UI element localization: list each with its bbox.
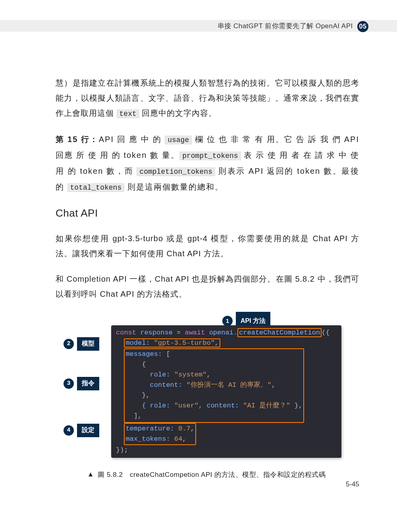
chapter-badge: 05 (357, 21, 368, 32)
code-line-12: }); (116, 445, 337, 455)
code-line-3: messages: [ { role: "system", content: "… (116, 348, 337, 423)
p1-text-b: 回應中的文字內容。 (139, 109, 217, 117)
k-maxtokens: max_tokens: (125, 435, 170, 443)
callout-row-top: 1 API 方法 (64, 312, 349, 325)
close-all: }); (116, 446, 128, 454)
paragraph-1: 慧）是指建立在計算機系統上的模擬人類智慧行為的技術。它可以模擬人類的思考能力，以… (56, 75, 359, 121)
caption-text: 圖 5.8.2 createChatCompetion API 的方法、模型、指… (96, 471, 326, 478)
box-method: createChatCompletion (237, 328, 322, 337)
figure-5-8-2: 1 API 方法 2 模型 3 指令 4 設定 const response =… (64, 312, 349, 482)
open-paren: ({ (322, 329, 330, 336)
v-model: "gpt-3.5-turbo" (150, 339, 215, 347)
k-content2: , content: (198, 402, 239, 409)
kw-await: await (181, 329, 205, 336)
comma: , (215, 339, 219, 347)
comma11: , (182, 435, 186, 443)
p2-text-e: 則是這兩個數量的總和。 (124, 182, 224, 191)
p2-bold: 第 15 行： (56, 135, 99, 144)
box-settings: temperature: 0.7, max_tokens: 64, (124, 423, 196, 445)
v-temperature: 0.7 (174, 425, 191, 432)
v-maxtokens: 64 (170, 435, 183, 443)
k-model: model: (125, 339, 150, 347)
paragraph-4: 和 Completion API 一樣，Chat API 也是拆解為四個部分。在… (56, 271, 359, 302)
comma5: , (206, 371, 210, 378)
brace-close: }, (125, 392, 150, 399)
content-area: 慧）是指建立在計算機系統上的模擬人類智慧行為的技術。它可以模擬人類的思考能力，以… (56, 75, 359, 482)
k-content: content: (125, 381, 182, 389)
callout-3-number: 3 (64, 378, 74, 389)
callout-4-label: 設定 (77, 424, 99, 437)
v-content-user: "AI 是什麼？" (239, 402, 290, 409)
callout-3-label: 指令 (77, 377, 99, 390)
paragraph-2: 第 15 行：API 回 應 中 的 usage 欄 位 也 非 常 有 用。它… (56, 132, 359, 195)
v-role-user: "user" (170, 402, 198, 409)
callout-2: 2 模型 (64, 337, 99, 351)
inline-code-text: text (117, 109, 139, 118)
k-role: role: (125, 371, 170, 378)
breadcrumb-text: 串接 ChatGPT 前你需要先了解 OpenAI API (218, 22, 353, 30)
figure-caption: ▲ 圖 5.8.2 createChatCompetion API 的方法、模型… (64, 467, 349, 482)
openai-dot: openai. (205, 329, 237, 336)
paragraph-3: 如果你想使用 gpt-3.5-turbo 或是 gpt-4 模型，你需要使用的就… (56, 231, 359, 261)
method-name: createChatCompletion (239, 329, 320, 336)
comma10: , (191, 425, 195, 432)
bracket-open: [ (162, 350, 170, 358)
callout-2-label: 模型 (77, 337, 99, 351)
inline-code-total-tokens: total_tokens (67, 183, 125, 192)
inline-code-usage: usage (165, 136, 192, 144)
callout-3: 3 指令 (64, 377, 99, 390)
inline-code-prompt-tokens: prompt_tokens (179, 152, 241, 160)
bracket-close: ], (125, 412, 142, 420)
header-breadcrumb: 串接 ChatGPT 前你需要先了解 OpenAI API 05 (218, 21, 368, 32)
code-line-2: model: "gpt-3.5-turbo", (116, 338, 337, 348)
k-role2: { role: (125, 402, 170, 409)
brace-close2: }, (290, 402, 303, 409)
var-response: response (136, 329, 177, 336)
brace-open: { (125, 361, 146, 368)
box-model: model: "gpt-3.5-turbo", (124, 338, 220, 348)
v-role-system: "system" (170, 371, 207, 378)
code-line-10: temperature: 0.7, max_tokens: 64, (116, 423, 337, 445)
eq: = (177, 329, 181, 336)
kw-const: const (116, 329, 136, 336)
comma6: , (272, 381, 276, 389)
inline-code-completion-tokens: completion_tokens (137, 167, 215, 176)
callout-1-number: 1 (222, 316, 233, 326)
code-block: 2 模型 3 指令 4 設定 const response = await op… (111, 325, 341, 458)
section-heading-chat-api: Chat API (56, 206, 359, 221)
callout-2-number: 2 (64, 339, 74, 349)
code-line-1: const response = await openai.createChat… (116, 328, 337, 338)
caption-triangle-icon: ▲ (87, 467, 94, 482)
box-messages: messages: [ { role: "system", content: "… (124, 348, 304, 423)
k-messages: messages: (125, 350, 162, 358)
p2-text-a: API 回 應 中 的 (99, 135, 165, 144)
page: 串接 ChatGPT 前你需要先了解 OpenAI API 05 慧）是指建立在… (0, 0, 397, 532)
k-temperature: temperature: (125, 425, 174, 432)
page-number: 5-45 (346, 480, 359, 488)
v-content-system: "你扮演一名 AI 的專家。" (182, 381, 271, 389)
callout-4-number: 4 (64, 425, 74, 436)
callout-4: 4 設定 (64, 424, 99, 437)
